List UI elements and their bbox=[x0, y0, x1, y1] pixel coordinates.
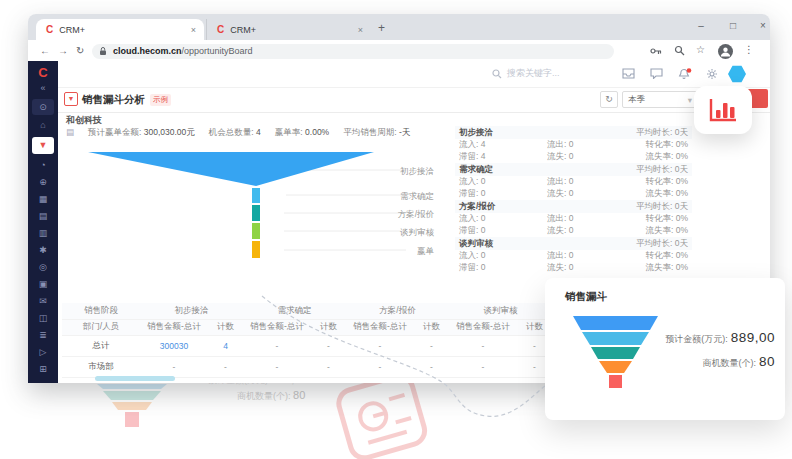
minimize-button[interactable]: – bbox=[692, 20, 710, 31]
sales-funnel-chart bbox=[86, 150, 416, 276]
funnel-stage-label: 谈判审核 bbox=[376, 227, 434, 239]
zoom-icon[interactable] bbox=[674, 45, 685, 56]
stage-stats-section: 方案/报价平均时长: 0天流入: 0流出: 0转化率: 0%滞留: 0流失: 0… bbox=[455, 200, 692, 237]
tab-crm-active[interactable]: C CRM+ × bbox=[36, 19, 204, 40]
favicon-crm: C bbox=[217, 24, 224, 35]
chart-shortcut-card[interactable] bbox=[694, 86, 752, 134]
horizontal-scrollbar-thumb[interactable] bbox=[95, 376, 175, 381]
card-count-row: 商机数量(个):80 bbox=[665, 354, 775, 370]
menu-kebab-icon[interactable]: ⋮ bbox=[744, 44, 754, 55]
bell-icon[interactable] bbox=[678, 68, 692, 80]
notification-badge bbox=[687, 68, 692, 73]
app-sidebar: C «⊙⌂▼◔⊕▦▤▥✱◎▣✉◫≣▷⊞▲⊡◉ bbox=[28, 61, 58, 383]
sidebar-item-settings-icon[interactable]: ✱ bbox=[28, 242, 58, 259]
hecom-logo: C bbox=[28, 65, 58, 80]
stage-stats-section: 初步接洽平均时长: 0天流入: 4流出: 0转化率: 0%滞留: 4流失: 0流… bbox=[455, 126, 692, 163]
page-title-badge: 示例 bbox=[150, 94, 171, 106]
sidebar-item-collapse-icon[interactable]: « bbox=[28, 80, 58, 97]
close-button[interactable]: × bbox=[754, 20, 772, 31]
tab-title: CRM+ bbox=[59, 25, 85, 35]
tab-close-icon[interactable]: × bbox=[358, 25, 363, 35]
stage-stats-section: 需求确定平均时长: 0天流入: 0流出: 0转化率: 0%滞留: 0流失: 0流… bbox=[455, 163, 692, 200]
page-title: 销售漏斗分析 bbox=[82, 93, 145, 107]
table-row: 总计3000304------ bbox=[62, 335, 552, 356]
table-link-cell[interactable]: 4 bbox=[208, 335, 243, 356]
table-row: 市场部-------- bbox=[62, 356, 552, 377]
url-path: /opportunityBoard bbox=[182, 46, 253, 56]
funnel-stage-label: 方案/报价 bbox=[376, 209, 434, 221]
maximize-button[interactable]: □ bbox=[724, 20, 742, 31]
funnel-page-icon: ▼ bbox=[64, 92, 78, 106]
period-select[interactable]: 本季 ▾ bbox=[622, 91, 698, 108]
sidebar-item-mail-icon[interactable]: ✉ bbox=[28, 293, 58, 310]
table-link-cell[interactable]: 市场部 bbox=[62, 356, 140, 377]
lock-icon bbox=[99, 46, 107, 56]
sidebar-item-calendar-icon[interactable]: ▦ bbox=[28, 191, 58, 208]
summary-line: ▤ 预计赢单金额: 300,030.00元 机会总数量: 4 赢单率: 0.00… bbox=[66, 127, 410, 139]
period-value: 本季 bbox=[628, 94, 645, 106]
favicon-crm: C bbox=[46, 24, 53, 35]
search-icon bbox=[492, 69, 502, 79]
address-input[interactable]: cloud.hecom.cn/opportunityBoard bbox=[92, 44, 614, 59]
search-placeholder: 搜索关键字... bbox=[507, 67, 560, 80]
ghost-logo-stamp bbox=[322, 376, 442, 459]
stage-stats-panel: 初步接洽平均时长: 0天流入: 4流出: 0转化率: 0%滞留: 4流失: 0流… bbox=[455, 126, 692, 274]
forward-button[interactable]: → bbox=[58, 45, 68, 56]
stage-table: 销售阶段初步接洽需求确定方案/报价谈判审核部门/人员销售金额-总计计数销售金额-… bbox=[62, 303, 552, 378]
tab-close-icon[interactable]: × bbox=[191, 25, 196, 35]
back-button[interactable]: ← bbox=[40, 45, 50, 56]
sidebar-item-play-icon[interactable]: ▷ bbox=[28, 344, 58, 361]
inbox-icon[interactable] bbox=[622, 68, 635, 79]
reload-button[interactable]: ↻ bbox=[76, 45, 84, 56]
ghost-funnel bbox=[90, 383, 180, 429]
table-link-cell[interactable]: 300030 bbox=[140, 335, 208, 356]
bar-chart-icon bbox=[708, 97, 738, 123]
global-search-input[interactable]: 搜索关键字... bbox=[492, 67, 560, 80]
sidebar-item-home-icon[interactable]: ⌂ bbox=[28, 117, 58, 134]
sidebar-item-contacts-icon[interactable]: ◔ bbox=[28, 157, 58, 174]
card-amount-row: 预计金额(万元):889,00 bbox=[665, 330, 775, 346]
sales-funnel-card: 销售漏斗 预计金额(万元):889,00 商机数量(个):80 bbox=[545, 278, 785, 420]
funnel-stage-label: 需求确定 bbox=[376, 191, 434, 203]
gear-icon[interactable] bbox=[706, 68, 718, 80]
sidebar-item-id-card-icon[interactable]: ▣ bbox=[28, 276, 58, 293]
ghost-count-line: 商机数量(个): 80 bbox=[237, 389, 305, 403]
sidebar-item-target-icon[interactable]: ◎ bbox=[28, 259, 58, 276]
sidebar-item-add-icon[interactable]: ⊕ bbox=[28, 174, 58, 191]
new-tab-button[interactable]: + bbox=[378, 21, 385, 35]
sidebar-item-kanban-icon[interactable]: ◫ bbox=[28, 310, 58, 327]
key-icon[interactable] bbox=[650, 46, 662, 56]
summary-list-icon: ▤ bbox=[66, 127, 74, 139]
sidebar-item-grid-icon[interactable]: ⊞ bbox=[28, 361, 58, 378]
chevron-down-icon: ▾ bbox=[688, 95, 692, 105]
marketing-screenshot: 预计金额(万元): 889,00 商机数量(个): 80 C CRM+ × C … bbox=[0, 0, 792, 459]
company-name: 和创科技 bbox=[66, 114, 102, 127]
tab-crm-inactive[interactable]: C CRM+ × bbox=[206, 19, 371, 40]
refresh-button[interactable]: ↻ bbox=[600, 91, 618, 108]
sidebar-item-notebook-icon[interactable]: ▥ bbox=[28, 225, 58, 242]
funnel-stage-label: 赢单 bbox=[376, 246, 434, 258]
sidebar-item-document-icon[interactable]: ▤ bbox=[28, 208, 58, 225]
sidebar-item-list-icon[interactable]: ≣ bbox=[28, 327, 58, 344]
sidebar-item-funnel-analysis-icon[interactable]: ▼ bbox=[32, 137, 54, 154]
sidebar-item-pin-icon[interactable]: ▲ bbox=[28, 378, 58, 383]
card-funnel-chart bbox=[545, 278, 785, 420]
bookmark-star-icon[interactable]: ☆ bbox=[696, 44, 705, 55]
sidebar-item-search-icon[interactable]: ⊙ bbox=[32, 99, 54, 115]
profile-avatar-icon[interactable] bbox=[718, 44, 733, 59]
funnel-stage-label: 初步接洽 bbox=[376, 166, 434, 178]
app-header bbox=[58, 61, 770, 87]
tab-title: CRM+ bbox=[230, 25, 256, 35]
stage-stats-section: 谈判审核平均时长: 0天流入: 0流出: 0转化率: 0%滞留: 0流失: 0流… bbox=[455, 237, 692, 274]
chat-icon[interactable] bbox=[650, 68, 663, 79]
tab-strip: C CRM+ × C CRM+ × + – □ × bbox=[28, 14, 770, 40]
url-domain: cloud.hecom.cn bbox=[113, 46, 182, 56]
